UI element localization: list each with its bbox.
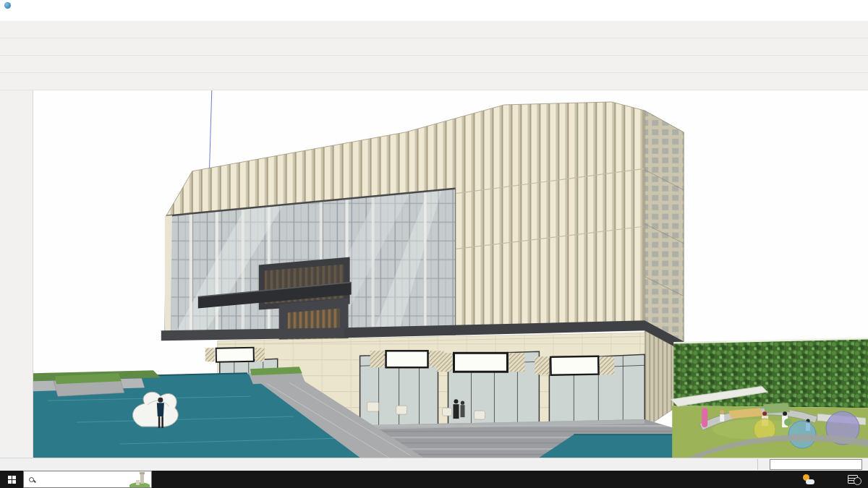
weather-widget[interactable] — [802, 474, 822, 484]
search-icon — [29, 477, 34, 482]
sketchup-app-icon — [4, 2, 11, 9]
viewport-3d[interactable] — [33, 90, 868, 458]
windows-taskbar — [0, 471, 868, 488]
toolbar-row-1 — [0, 21, 868, 38]
status-bar — [0, 458, 868, 471]
taskbar-search-box[interactable] — [23, 471, 152, 488]
left-tool-palette — [0, 90, 33, 458]
notification-center-icon[interactable] — [848, 475, 858, 484]
toolbar-row-4 — [0, 73, 868, 90]
start-button[interactable] — [0, 471, 23, 488]
menu-bar — [0, 10, 868, 21]
title-bar — [0, 0, 868, 10]
toolbar-row-3 — [0, 56, 868, 73]
toolbar-row-2 — [0, 38, 868, 56]
windows-logo-icon — [8, 476, 16, 484]
field-of-view-input[interactable] — [770, 459, 862, 470]
weather-icon — [802, 474, 814, 484]
notification-badge — [854, 477, 861, 485]
green-wall-and-playground — [671, 338, 868, 458]
sketchup-window — [0, 0, 868, 488]
system-tray — [802, 471, 868, 488]
search-highlight-image — [129, 471, 150, 487]
